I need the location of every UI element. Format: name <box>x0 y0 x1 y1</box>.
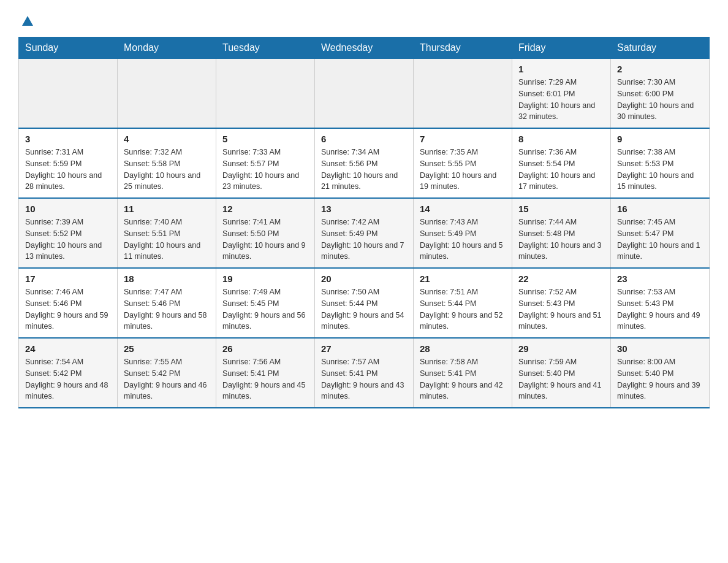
day-number: 10 <box>25 204 111 214</box>
day-info: Sunrise: 7:45 AMSunset: 5:47 PMDaylight:… <box>617 216 703 262</box>
day-number: 26 <box>222 343 308 354</box>
calendar-cell: 3Sunrise: 7:31 AMSunset: 5:59 PMDaylight… <box>19 128 118 198</box>
day-number: 18 <box>124 274 210 284</box>
day-info: Sunrise: 7:38 AMSunset: 5:53 PMDaylight:… <box>617 147 703 193</box>
calendar-cell: 25Sunrise: 7:55 AMSunset: 5:42 PMDayligh… <box>118 338 216 408</box>
weekday-header-thursday: Thursday <box>414 37 512 59</box>
day-info: Sunrise: 7:46 AMSunset: 5:46 PMDaylight:… <box>25 286 111 332</box>
day-number: 2 <box>617 64 703 74</box>
day-number: 11 <box>124 204 210 214</box>
day-number: 16 <box>617 204 703 214</box>
calendar-cell <box>315 59 414 129</box>
calendar-cell: 4Sunrise: 7:32 AMSunset: 5:58 PMDaylight… <box>118 128 216 198</box>
calendar-cell: 30Sunrise: 8:00 AMSunset: 5:40 PMDayligh… <box>611 338 710 408</box>
day-number: 4 <box>124 134 210 144</box>
day-info: Sunrise: 7:57 AMSunset: 5:41 PMDaylight:… <box>321 356 407 402</box>
day-number: 21 <box>420 274 506 284</box>
calendar-cell <box>414 59 512 129</box>
calendar-header: SundayMondayTuesdayWednesdayThursdayFrid… <box>19 37 710 59</box>
day-info: Sunrise: 7:43 AMSunset: 5:49 PMDaylight:… <box>420 216 506 262</box>
day-info: Sunrise: 7:52 AMSunset: 5:43 PMDaylight:… <box>518 286 604 332</box>
day-number: 19 <box>222 274 308 284</box>
calendar-cell: 26Sunrise: 7:56 AMSunset: 5:41 PMDayligh… <box>216 338 315 408</box>
day-number: 27 <box>321 343 407 354</box>
day-info: Sunrise: 7:47 AMSunset: 5:46 PMDaylight:… <box>124 286 210 332</box>
calendar-cell <box>19 59 118 129</box>
day-info: Sunrise: 7:55 AMSunset: 5:42 PMDaylight:… <box>124 356 210 402</box>
day-info: Sunrise: 7:59 AMSunset: 5:40 PMDaylight:… <box>518 356 604 402</box>
day-number: 13 <box>321 204 407 214</box>
calendar-cell: 9Sunrise: 7:38 AMSunset: 5:53 PMDaylight… <box>611 128 710 198</box>
calendar-cell: 13Sunrise: 7:42 AMSunset: 5:49 PMDayligh… <box>315 198 414 268</box>
logo-triangle-icon <box>20 12 36 28</box>
day-number: 23 <box>617 274 703 284</box>
calendar-cell: 17Sunrise: 7:46 AMSunset: 5:46 PMDayligh… <box>19 268 118 338</box>
day-info: Sunrise: 7:49 AMSunset: 5:45 PMDaylight:… <box>222 286 308 332</box>
day-info: Sunrise: 7:33 AMSunset: 5:57 PMDaylight:… <box>222 147 308 193</box>
day-number: 1 <box>518 64 604 74</box>
day-info: Sunrise: 7:42 AMSunset: 5:49 PMDaylight:… <box>321 216 407 262</box>
day-info: Sunrise: 7:36 AMSunset: 5:54 PMDaylight:… <box>518 147 604 193</box>
weekday-header-row: SundayMondayTuesdayWednesdayThursdayFrid… <box>19 37 710 59</box>
page-header <box>18 12 710 25</box>
day-info: Sunrise: 7:39 AMSunset: 5:52 PMDaylight:… <box>25 216 111 262</box>
day-number: 20 <box>321 274 407 284</box>
day-number: 17 <box>25 274 111 284</box>
day-number: 24 <box>25 343 111 354</box>
day-info: Sunrise: 7:30 AMSunset: 6:00 PMDaylight:… <box>617 77 703 123</box>
weekday-header-tuesday: Tuesday <box>216 37 315 59</box>
weekday-header-saturday: Saturday <box>611 37 710 59</box>
calendar-cell: 14Sunrise: 7:43 AMSunset: 5:49 PMDayligh… <box>414 198 512 268</box>
day-number: 22 <box>518 274 604 284</box>
day-number: 9 <box>617 134 703 144</box>
day-number: 8 <box>518 134 604 144</box>
calendar-cell: 1Sunrise: 7:29 AMSunset: 6:01 PMDaylight… <box>512 59 611 129</box>
calendar-week-4: 17Sunrise: 7:46 AMSunset: 5:46 PMDayligh… <box>19 268 710 338</box>
day-info: Sunrise: 7:53 AMSunset: 5:43 PMDaylight:… <box>617 286 703 332</box>
calendar-cell: 16Sunrise: 7:45 AMSunset: 5:47 PMDayligh… <box>611 198 710 268</box>
day-number: 6 <box>321 134 407 144</box>
day-number: 29 <box>518 343 604 354</box>
day-number: 3 <box>25 134 111 144</box>
calendar-week-3: 10Sunrise: 7:39 AMSunset: 5:52 PMDayligh… <box>19 198 710 268</box>
calendar-week-1: 1Sunrise: 7:29 AMSunset: 6:01 PMDaylight… <box>19 59 710 129</box>
logo <box>18 12 36 25</box>
calendar-cell: 8Sunrise: 7:36 AMSunset: 5:54 PMDaylight… <box>512 128 611 198</box>
day-info: Sunrise: 7:29 AMSunset: 6:01 PMDaylight:… <box>518 77 604 123</box>
calendar-cell: 7Sunrise: 7:35 AMSunset: 5:55 PMDaylight… <box>414 128 512 198</box>
day-info: Sunrise: 7:40 AMSunset: 5:51 PMDaylight:… <box>124 216 210 262</box>
day-info: Sunrise: 7:58 AMSunset: 5:41 PMDaylight:… <box>420 356 506 402</box>
day-info: Sunrise: 7:56 AMSunset: 5:41 PMDaylight:… <box>222 356 308 402</box>
day-info: Sunrise: 7:54 AMSunset: 5:42 PMDaylight:… <box>25 356 111 402</box>
calendar-table: SundayMondayTuesdayWednesdayThursdayFrid… <box>18 37 710 408</box>
calendar-cell: 27Sunrise: 7:57 AMSunset: 5:41 PMDayligh… <box>315 338 414 408</box>
day-number: 12 <box>222 204 308 214</box>
day-number: 28 <box>420 343 506 354</box>
day-info: Sunrise: 7:32 AMSunset: 5:58 PMDaylight:… <box>124 147 210 193</box>
day-info: Sunrise: 7:35 AMSunset: 5:55 PMDaylight:… <box>420 147 506 193</box>
day-info: Sunrise: 7:50 AMSunset: 5:44 PMDaylight:… <box>321 286 407 332</box>
calendar-cell: 10Sunrise: 7:39 AMSunset: 5:52 PMDayligh… <box>19 198 118 268</box>
day-number: 7 <box>420 134 506 144</box>
calendar-cell: 20Sunrise: 7:50 AMSunset: 5:44 PMDayligh… <box>315 268 414 338</box>
calendar-week-5: 24Sunrise: 7:54 AMSunset: 5:42 PMDayligh… <box>19 338 710 408</box>
weekday-header-friday: Friday <box>512 37 611 59</box>
day-info: Sunrise: 7:44 AMSunset: 5:48 PMDaylight:… <box>518 216 604 262</box>
calendar-cell: 2Sunrise: 7:30 AMSunset: 6:00 PMDaylight… <box>611 59 710 129</box>
calendar-cell <box>118 59 216 129</box>
day-info: Sunrise: 7:41 AMSunset: 5:50 PMDaylight:… <box>222 216 308 262</box>
calendar-cell: 6Sunrise: 7:34 AMSunset: 5:56 PMDaylight… <box>315 128 414 198</box>
weekday-header-sunday: Sunday <box>19 37 118 59</box>
svg-marker-0 <box>22 16 33 26</box>
calendar-cell: 11Sunrise: 7:40 AMSunset: 5:51 PMDayligh… <box>118 198 216 268</box>
calendar-cell: 19Sunrise: 7:49 AMSunset: 5:45 PMDayligh… <box>216 268 315 338</box>
day-number: 30 <box>617 343 703 354</box>
day-info: Sunrise: 7:51 AMSunset: 5:44 PMDaylight:… <box>420 286 506 332</box>
day-number: 14 <box>420 204 506 214</box>
calendar-cell: 23Sunrise: 7:53 AMSunset: 5:43 PMDayligh… <box>611 268 710 338</box>
calendar-week-2: 3Sunrise: 7:31 AMSunset: 5:59 PMDaylight… <box>19 128 710 198</box>
calendar-cell: 29Sunrise: 7:59 AMSunset: 5:40 PMDayligh… <box>512 338 611 408</box>
calendar-cell: 28Sunrise: 7:58 AMSunset: 5:41 PMDayligh… <box>414 338 512 408</box>
day-info: Sunrise: 7:34 AMSunset: 5:56 PMDaylight:… <box>321 147 407 193</box>
day-info: Sunrise: 7:31 AMSunset: 5:59 PMDaylight:… <box>25 147 111 193</box>
